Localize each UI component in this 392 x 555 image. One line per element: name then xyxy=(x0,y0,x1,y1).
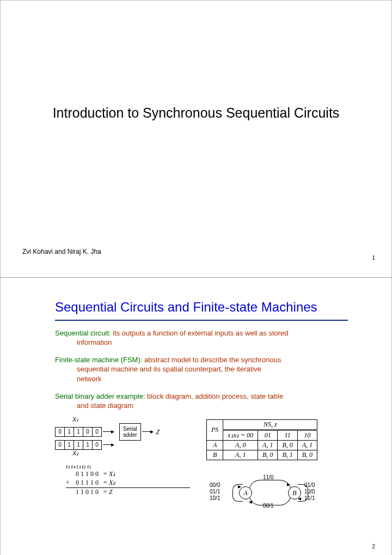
block-diagram: X₁ 0 1 1 0 0 Serial adder xyxy=(55,416,190,457)
x2-bits: 0 1 1 1 0 xyxy=(55,440,102,450)
arrow-icon xyxy=(142,431,153,432)
serial-adder-box: Serial adder xyxy=(119,423,141,441)
x1-label: X₁ xyxy=(70,416,190,423)
x2-bits: 0 1 1 1 0 xyxy=(76,479,99,487)
self-loop-A-labels: 00/0 01/1 10/1 xyxy=(210,482,220,502)
bullet-fsm: Finite-state machine (FSM): abstract mod… xyxy=(55,355,337,384)
x1-bits: 0 1 1 0 0 xyxy=(76,470,99,479)
title-underline xyxy=(55,320,348,321)
desc-cont: and state diagram xyxy=(77,401,337,411)
addition-process: t₅ t₄ t₃ t₂ t₁ 0 1 1 0 0 = X₁ + 0 1 1 1 … xyxy=(66,462,190,497)
right-figures: PS NS, z x₁x₂ = 00 01 11 10 A A, 0 A, 1 … xyxy=(206,416,337,515)
term: Finite-state machine (FSM): xyxy=(55,356,142,364)
arrow-icon xyxy=(103,444,114,445)
desc: block diagram, addition process, state t… xyxy=(147,392,283,400)
desc-cont2: network xyxy=(77,374,337,384)
arrowhead-icon xyxy=(249,501,252,504)
slide1-page-number: 1 xyxy=(372,255,375,261)
slide2-title: Sequential Circuits and Finite-state Mac… xyxy=(55,300,370,315)
desc: its outputs a function of external input… xyxy=(113,329,288,337)
time-header: t₅ t₄ t₃ t₂ t₁ xyxy=(66,462,190,470)
z-label: Z xyxy=(154,429,162,435)
slide-1: Introduction to Synchronous Sequential C… xyxy=(1,1,391,278)
state-table-row: B A, 1 B, 0 B, 1 B, 0 xyxy=(207,450,317,460)
desc-cont: sequential machine and its spatial count… xyxy=(77,364,337,374)
slide1-title: Introduction to Synchronous Sequential C… xyxy=(22,104,370,122)
bullet-sequential-circuit: Sequential circuit: its outputs a functi… xyxy=(55,328,337,347)
slide1-authors: Zvi Kohavi and Niraj K. Jha xyxy=(22,248,101,255)
x1-bits: 0 1 1 0 0 xyxy=(55,427,102,437)
state-node-B: B xyxy=(288,486,301,499)
plus: + xyxy=(66,479,71,487)
eq: = X₂ xyxy=(103,479,115,487)
term: Sequential circuit: xyxy=(55,329,111,337)
figures-row: X₁ 0 1 1 0 0 Serial adder xyxy=(55,416,337,515)
self-loop-B-labels: 01/0 10/0 11/1 xyxy=(304,482,315,502)
state-diagram: A B 11/0 00/1 00/0 01/1 10/1 01/0 10/0 1… xyxy=(206,471,337,515)
document-page: Introduction to Synchronous Sequential C… xyxy=(0,0,392,555)
nsz-header: NS, z xyxy=(223,419,317,430)
edge-label-bot: 00/1 xyxy=(263,503,273,509)
desc-cont: information xyxy=(77,338,337,347)
state-table: PS NS, z x₁x₂ = 00 01 11 10 A A, 0 A, 1 … xyxy=(206,419,317,460)
state-node-A: A xyxy=(239,486,252,499)
slide-2: Sequential Circuits and Finite-state Mac… xyxy=(1,278,391,555)
edge-AB-icon xyxy=(249,480,291,491)
ps-header: PS xyxy=(207,419,223,440)
z-bits: 1 1 0 1 0 xyxy=(76,488,99,497)
arrow-icon xyxy=(103,431,114,432)
left-figures: X₁ 0 1 1 0 0 Serial adder xyxy=(55,416,190,497)
x2-label: X₂ xyxy=(70,450,190,457)
eq: = X₁ xyxy=(103,470,115,479)
eq: = Z xyxy=(103,488,113,497)
edge-label-top: 11/0 xyxy=(263,474,273,480)
arrowhead-icon xyxy=(287,483,290,486)
desc: abstract model to describe the synchrono… xyxy=(144,356,281,364)
term: Serial binary adder example: xyxy=(55,392,145,400)
state-table-row: A A, 0 A, 1 B, 0 A, 1 xyxy=(207,440,317,450)
slide2-page-number: 2 xyxy=(372,544,375,550)
bullet-serial-adder: Serial binary adder example: block diagr… xyxy=(55,392,337,411)
